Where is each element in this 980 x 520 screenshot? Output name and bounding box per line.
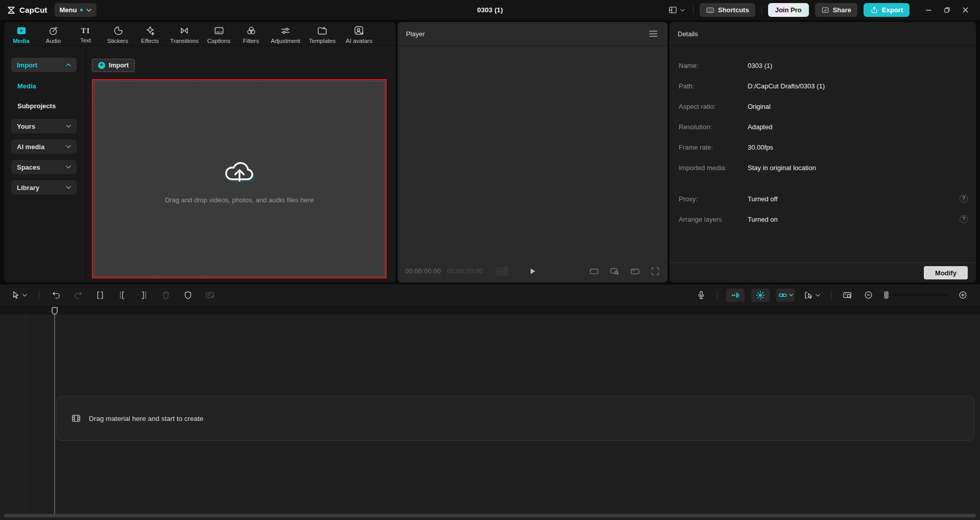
canvas-ratio-button[interactable] — [589, 266, 600, 276]
minimize-button[interactable] — [921, 3, 936, 17]
sidebar-item-library[interactable]: Library — [11, 180, 77, 195]
zoom-in-button[interactable] — [956, 288, 970, 302]
delete-left-button[interactable] — [115, 288, 129, 302]
track-cursor-mode-button[interactable] — [801, 288, 822, 302]
timeline-ruler[interactable] — [0, 306, 980, 315]
details-title: Details — [678, 30, 698, 38]
tab-captions[interactable]: Captions — [203, 22, 235, 45]
chevron-up-icon — [66, 63, 71, 66]
join-pro-button[interactable]: Join Pro — [768, 3, 809, 17]
share-button[interactable]: Share — [815, 3, 857, 17]
tab-stickers[interactable]: Stickers — [102, 22, 134, 45]
fullscreen-button[interactable] — [650, 266, 660, 276]
zoom-slider-handle[interactable] — [884, 291, 889, 299]
filmstrip-icon — [71, 413, 81, 423]
playhead-handle[interactable] — [52, 307, 58, 315]
delete-right-button[interactable] — [137, 288, 151, 302]
menu-button[interactable]: Menu — [55, 3, 97, 17]
caption-remove-icon — [205, 290, 215, 300]
export-button[interactable]: Export — [864, 3, 910, 17]
undo-icon — [51, 290, 61, 300]
media-dropzone[interactable]: Drag and drop videos, photos, and audio … — [92, 79, 387, 278]
undo-button[interactable] — [49, 288, 63, 302]
close-icon — [962, 7, 969, 13]
shield-icon — [183, 290, 193, 300]
preview-axis-button[interactable] — [840, 288, 855, 302]
details-body: Name: 0303 (1) Path: D:/CapCut Drafts/03… — [670, 46, 976, 263]
timeline-section: Drag material here and start to create — [0, 285, 980, 520]
ai-avatars-icon — [353, 25, 365, 36]
player-panel: Player 00:00:00:00 00:00:00:00 — [398, 22, 667, 282]
select-tool-button[interactable] — [8, 288, 29, 302]
delete-left-icon — [117, 290, 127, 300]
zoom-fit-button[interactable] — [609, 266, 620, 276]
voiceover-button[interactable] — [694, 288, 708, 302]
zoom-out-icon — [864, 290, 873, 300]
capcut-logo: CapCut — [6, 5, 47, 15]
snap-icon — [730, 290, 740, 300]
preview-quality-chip[interactable] — [496, 267, 508, 275]
link-toggle[interactable] — [776, 289, 795, 302]
zoom-out-button[interactable] — [862, 288, 875, 302]
redo-button[interactable] — [71, 288, 85, 302]
chevron-down-icon — [66, 166, 71, 169]
timeline-scrollbar[interactable] — [4, 514, 976, 517]
track-cursor-icon — [803, 290, 814, 300]
remove-caption-button[interactable] — [203, 288, 217, 302]
capcut-logo-icon — [6, 5, 16, 15]
chevron-down-icon — [66, 125, 71, 128]
share-label: Share — [833, 6, 851, 14]
sidebar-item-import[interactable]: Import — [11, 58, 77, 72]
microphone-icon — [696, 290, 706, 300]
delete-button[interactable] — [159, 288, 173, 302]
fullscreen-icon — [650, 266, 660, 276]
details-row-proxy: Proxy: Turned off ? — [679, 188, 968, 209]
chevron-down-icon — [86, 9, 91, 12]
details-panel: Details Name: 0303 (1) Path: D:/CapCut D… — [670, 22, 976, 282]
tab-audio[interactable]: Audio — [37, 22, 69, 45]
tab-templates[interactable]: Templates — [304, 22, 341, 45]
tab-media[interactable]: Media — [5, 22, 37, 45]
sidebar-item-yours[interactable]: Yours — [11, 119, 77, 133]
tab-filters[interactable]: Filters — [235, 22, 267, 45]
divider — [761, 6, 762, 14]
sidebar-item-subprojects[interactable]: Subprojects — [17, 102, 85, 110]
auto-snap-toggle[interactable] — [726, 289, 745, 302]
cloud-upload-icon — [221, 154, 258, 185]
mirror-preview-button[interactable] — [630, 266, 640, 276]
hamburger-icon — [649, 31, 657, 32]
details-row-name: Name: 0303 (1) — [679, 55, 968, 76]
play-button[interactable] — [529, 267, 537, 275]
player-menu-button[interactable] — [647, 29, 659, 39]
maximize-button[interactable] — [939, 3, 954, 17]
ratio-icon — [589, 266, 600, 276]
split-button[interactable] — [93, 288, 107, 302]
sidebar-item-spaces[interactable]: Spaces — [11, 160, 77, 174]
auto-highlight-toggle[interactable] — [751, 289, 770, 302]
timeline-zoom-slider[interactable] — [882, 294, 949, 296]
sidebar-item-media[interactable]: Media — [17, 82, 85, 90]
preview-window-icon — [630, 266, 640, 276]
close-button[interactable] — [958, 3, 973, 17]
layout-switcher-button[interactable] — [666, 3, 687, 17]
proxy-info-icon[interactable]: ? — [960, 195, 968, 203]
share-icon — [821, 6, 829, 14]
track-header-divider — [26, 316, 26, 512]
shortcuts-button[interactable]: Shortcuts — [700, 3, 755, 17]
mask-button[interactable] — [181, 288, 195, 302]
timeline-drop-target[interactable]: Drag material here and start to create — [56, 396, 974, 441]
media-panel: Media Audio TI Text Stickers Effects — [4, 22, 396, 282]
filters-icon — [246, 25, 257, 36]
sidebar-item-ai-media[interactable]: AI media — [11, 139, 77, 154]
tab-adjustment[interactable]: Adjustment — [267, 22, 304, 45]
import-button[interactable]: + Import — [92, 59, 135, 72]
modify-button[interactable]: Modify — [924, 266, 968, 279]
chevron-down-icon — [66, 186, 71, 189]
tab-text[interactable]: TI Text — [69, 22, 102, 45]
tab-transitions[interactable]: Transitions — [166, 22, 203, 45]
arrange-layers-info-icon[interactable]: ? — [960, 215, 968, 223]
tab-effects[interactable]: Effects — [134, 22, 166, 45]
tab-ai-avatars[interactable]: AI avatars — [341, 22, 377, 45]
details-header: Details — [670, 22, 976, 46]
join-pro-label: Join Pro — [775, 6, 802, 14]
